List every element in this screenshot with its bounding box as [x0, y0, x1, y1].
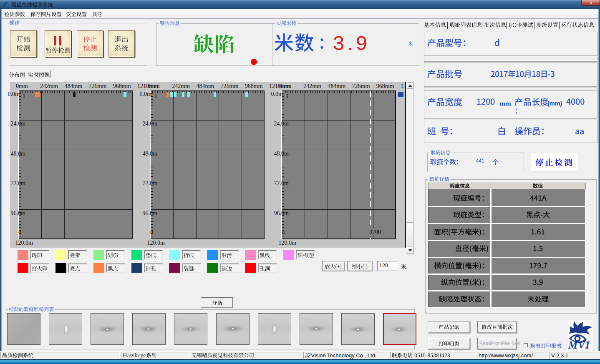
svg-text:MVI: MVI	[568, 339, 590, 351]
svg-text:3700: 3700	[369, 229, 381, 235]
